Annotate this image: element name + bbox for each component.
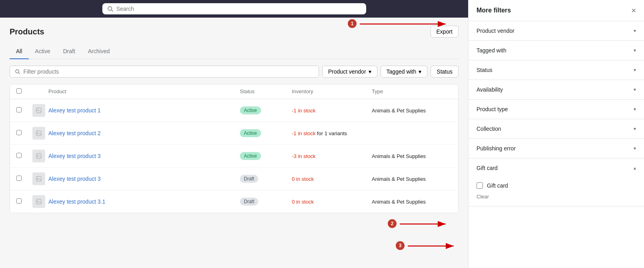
export-button[interactable]: Export bbox=[431, 26, 459, 38]
filter-section-collection: Collection ▾ bbox=[469, 119, 644, 139]
col-type: Type bbox=[372, 88, 452, 95]
tagged-with-filter-button[interactable]: Tagged with ▾ bbox=[381, 66, 428, 78]
product-name[interactable]: Alexey test product 3.1 bbox=[48, 198, 240, 205]
filter-section-header[interactable]: Availability ▾ bbox=[469, 80, 644, 99]
product-thumbnail bbox=[32, 127, 45, 140]
filter-section-gift-card: Gift card ▴ Gift card Clear bbox=[469, 158, 644, 206]
status-badge: Draft bbox=[240, 198, 258, 206]
gift-card-label[interactable]: Gift card bbox=[487, 182, 508, 189]
search-icon bbox=[15, 69, 20, 74]
filter-section-tagged-with: Tagged with ▾ bbox=[469, 41, 644, 60]
filter-section-product-vendor: Product vendor ▾ bbox=[469, 21, 644, 41]
row-checkbox[interactable] bbox=[16, 153, 22, 158]
gift-card-option: Gift card bbox=[477, 181, 636, 190]
product-name[interactable]: Alexey test product 1 bbox=[48, 107, 240, 114]
section-label: Availability bbox=[477, 86, 503, 93]
inventory-value: -3 in stock bbox=[292, 153, 372, 159]
section-label: Status bbox=[477, 67, 492, 73]
row-checkbox[interactable] bbox=[16, 130, 22, 135]
tab-archived[interactable]: Archived bbox=[82, 44, 116, 59]
filter-section-header[interactable]: Product vendor ▾ bbox=[469, 21, 644, 40]
product-vendor-filter-button[interactable]: Product vendor ▾ bbox=[322, 66, 377, 78]
table-row: Alexey test product 2 Active -1 in stock… bbox=[10, 122, 458, 145]
filter-section-header[interactable]: Status ▾ bbox=[469, 60, 644, 80]
svg-point-3 bbox=[37, 109, 38, 110]
table-row: Alexey test product 3 Active -3 in stock… bbox=[10, 145, 458, 168]
select-all-checkbox[interactable] bbox=[16, 88, 22, 94]
filters-row: Product vendor ▾ Tagged with ▾ Status bbox=[10, 66, 459, 78]
svg-rect-8 bbox=[36, 176, 41, 181]
close-panel-button[interactable]: × bbox=[631, 6, 636, 14]
gift-card-checkbox[interactable] bbox=[477, 182, 483, 189]
col-status: Status bbox=[240, 88, 292, 95]
inventory-value: 0 in stock bbox=[292, 176, 372, 182]
product-thumbnail bbox=[32, 104, 45, 117]
filter-search-bar[interactable] bbox=[10, 66, 319, 78]
filter-section-header[interactable]: Gift card ▴ bbox=[469, 158, 644, 178]
tabs-bar: All Active Draft Archived bbox=[10, 44, 459, 59]
svg-point-7 bbox=[37, 155, 38, 156]
status-badge: Active bbox=[240, 106, 261, 114]
product-name[interactable]: Alexey test product 2 bbox=[48, 130, 240, 136]
section-label: Tagged with bbox=[477, 47, 506, 54]
panel-header: More filters × bbox=[469, 0, 644, 21]
table-row: Alexey test product 3.1 Draft 0 in stock… bbox=[10, 190, 458, 213]
row-checkbox[interactable] bbox=[16, 107, 22, 112]
section-label: Publishing error bbox=[477, 145, 516, 152]
svg-point-11 bbox=[37, 200, 38, 201]
page-title: Products bbox=[10, 27, 44, 36]
chevron-down-icon: ▾ bbox=[419, 68, 421, 75]
inventory-value: -1 in stock for 1 variants bbox=[292, 130, 372, 136]
svg-point-5 bbox=[37, 132, 38, 133]
filter-section-header[interactable]: Publishing error ▾ bbox=[469, 139, 644, 158]
svg-rect-10 bbox=[36, 199, 41, 204]
chevron-down-icon: ▾ bbox=[634, 67, 636, 73]
select-all-checkbox-col bbox=[16, 88, 32, 95]
product-name[interactable]: Alexey test product 3 bbox=[48, 153, 240, 159]
col-inventory: Inventory bbox=[292, 88, 372, 95]
product-thumbnail bbox=[32, 150, 45, 162]
table-row: Alexey test product 3 Draft 0 in stock A… bbox=[10, 168, 458, 190]
filter-section-publishing-error: Publishing error ▾ bbox=[469, 139, 644, 158]
annotation-1: 1 bbox=[348, 19, 357, 28]
status-badge: Active bbox=[240, 152, 261, 160]
filter-section-header[interactable]: Collection ▾ bbox=[469, 119, 644, 138]
filter-section-header[interactable]: Tagged with ▾ bbox=[469, 41, 644, 60]
status-filter-button[interactable]: Status bbox=[431, 66, 459, 78]
type-value: Animals & Pet Supplies bbox=[372, 176, 452, 182]
svg-rect-6 bbox=[36, 154, 41, 158]
tab-all[interactable]: All bbox=[10, 44, 29, 59]
chevron-down-icon: ▾ bbox=[634, 106, 636, 112]
product-thumbnail bbox=[32, 195, 45, 208]
filter-products-input[interactable] bbox=[24, 68, 314, 75]
row-checkbox[interactable] bbox=[16, 198, 22, 204]
svg-point-0 bbox=[108, 7, 112, 10]
section-label: Product type bbox=[477, 106, 508, 112]
annotation-2: 2 bbox=[388, 219, 397, 228]
section-label: Gift card bbox=[477, 165, 498, 171]
search-input[interactable] bbox=[116, 6, 361, 12]
clear-link[interactable]: Clear bbox=[477, 194, 489, 200]
product-name[interactable]: Alexey test product 3 bbox=[48, 176, 240, 182]
chevron-down-icon: ▾ bbox=[634, 28, 636, 34]
row-checkbox[interactable] bbox=[16, 176, 22, 181]
type-value: Animals & Pet Supplies bbox=[372, 108, 452, 114]
chevron-up-icon: ▴ bbox=[634, 165, 636, 171]
chevron-down-icon: ▾ bbox=[634, 126, 636, 132]
chevron-down-icon: ▾ bbox=[369, 68, 371, 75]
inventory-value: 0 in stock bbox=[292, 199, 372, 205]
status-badge: Active bbox=[240, 129, 261, 137]
panel-title: More filters bbox=[477, 7, 511, 14]
type-value: Animals & Pet Supplies bbox=[372, 199, 452, 205]
filter-section-header[interactable]: Product type ▾ bbox=[469, 100, 644, 119]
tab-draft[interactable]: Draft bbox=[57, 44, 82, 59]
chevron-down-icon: ▾ bbox=[634, 48, 636, 53]
tab-active[interactable]: Active bbox=[29, 44, 57, 59]
table-row: Alexey test product 1 Active -1 in stock… bbox=[10, 99, 458, 122]
gift-card-section-body: Gift card Clear bbox=[469, 178, 644, 206]
section-label: Collection bbox=[477, 126, 501, 132]
search-bar[interactable] bbox=[102, 3, 366, 14]
page-header: Products Export bbox=[10, 26, 459, 38]
col-product: Product bbox=[48, 88, 240, 95]
search-icon bbox=[107, 6, 113, 12]
